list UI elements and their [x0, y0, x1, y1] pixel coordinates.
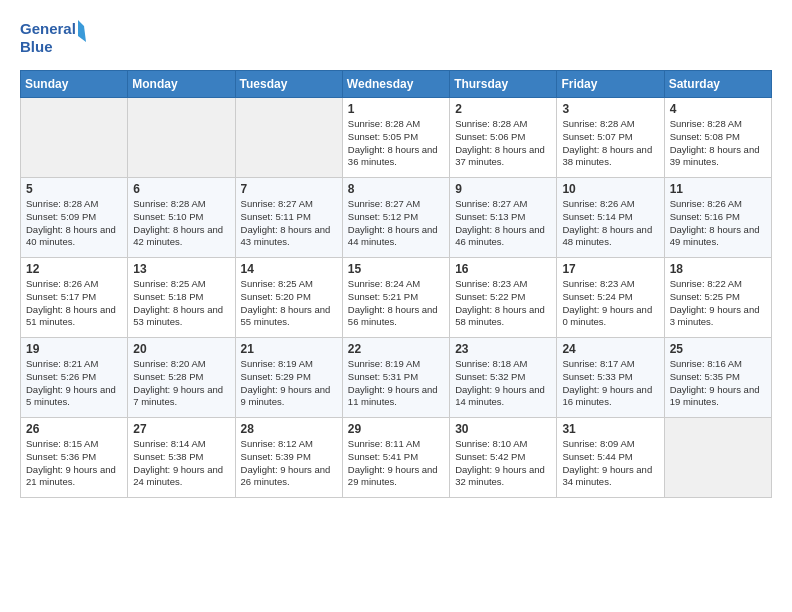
cell-content: Sunrise: 8:19 AMSunset: 5:31 PMDaylight:…: [348, 358, 444, 409]
calendar-cell: 29Sunrise: 8:11 AMSunset: 5:41 PMDayligh…: [342, 418, 449, 498]
day-number: 3: [562, 102, 658, 116]
calendar-cell: 26Sunrise: 8:15 AMSunset: 5:36 PMDayligh…: [21, 418, 128, 498]
day-number: 19: [26, 342, 122, 356]
cell-content: Sunrise: 8:28 AMSunset: 5:08 PMDaylight:…: [670, 118, 766, 169]
weekday-header: Saturday: [664, 71, 771, 98]
calendar-table: SundayMondayTuesdayWednesdayThursdayFrid…: [20, 70, 772, 498]
calendar-cell: 18Sunrise: 8:22 AMSunset: 5:25 PMDayligh…: [664, 258, 771, 338]
cell-content: Sunrise: 8:20 AMSunset: 5:28 PMDaylight:…: [133, 358, 229, 409]
day-number: 28: [241, 422, 337, 436]
day-number: 23: [455, 342, 551, 356]
calendar-cell: 17Sunrise: 8:23 AMSunset: 5:24 PMDayligh…: [557, 258, 664, 338]
weekday-header: Tuesday: [235, 71, 342, 98]
day-number: 25: [670, 342, 766, 356]
calendar-cell: 4Sunrise: 8:28 AMSunset: 5:08 PMDaylight…: [664, 98, 771, 178]
day-number: 22: [348, 342, 444, 356]
day-number: 24: [562, 342, 658, 356]
cell-content: Sunrise: 8:27 AMSunset: 5:12 PMDaylight:…: [348, 198, 444, 249]
day-number: 14: [241, 262, 337, 276]
day-number: 29: [348, 422, 444, 436]
cell-content: Sunrise: 8:22 AMSunset: 5:25 PMDaylight:…: [670, 278, 766, 329]
weekday-header: Monday: [128, 71, 235, 98]
logo: General Blue: [20, 16, 90, 60]
cell-content: Sunrise: 8:28 AMSunset: 5:10 PMDaylight:…: [133, 198, 229, 249]
cell-content: Sunrise: 8:25 AMSunset: 5:20 PMDaylight:…: [241, 278, 337, 329]
day-number: 9: [455, 182, 551, 196]
calendar-week-row: 12Sunrise: 8:26 AMSunset: 5:17 PMDayligh…: [21, 258, 772, 338]
cell-content: Sunrise: 8:23 AMSunset: 5:24 PMDaylight:…: [562, 278, 658, 329]
day-number: 20: [133, 342, 229, 356]
calendar-cell: [21, 98, 128, 178]
day-number: 1: [348, 102, 444, 116]
cell-content: Sunrise: 8:14 AMSunset: 5:38 PMDaylight:…: [133, 438, 229, 489]
calendar-cell: 3Sunrise: 8:28 AMSunset: 5:07 PMDaylight…: [557, 98, 664, 178]
day-number: 8: [348, 182, 444, 196]
weekday-header-row: SundayMondayTuesdayWednesdayThursdayFrid…: [21, 71, 772, 98]
cell-content: Sunrise: 8:15 AMSunset: 5:36 PMDaylight:…: [26, 438, 122, 489]
day-number: 30: [455, 422, 551, 436]
calendar-cell: [664, 418, 771, 498]
calendar-cell: 11Sunrise: 8:26 AMSunset: 5:16 PMDayligh…: [664, 178, 771, 258]
cell-content: Sunrise: 8:17 AMSunset: 5:33 PMDaylight:…: [562, 358, 658, 409]
calendar-cell: 15Sunrise: 8:24 AMSunset: 5:21 PMDayligh…: [342, 258, 449, 338]
calendar-cell: 23Sunrise: 8:18 AMSunset: 5:32 PMDayligh…: [450, 338, 557, 418]
weekday-header: Sunday: [21, 71, 128, 98]
day-number: 7: [241, 182, 337, 196]
cell-content: Sunrise: 8:10 AMSunset: 5:42 PMDaylight:…: [455, 438, 551, 489]
svg-marker-2: [78, 20, 90, 42]
calendar-cell: 19Sunrise: 8:21 AMSunset: 5:26 PMDayligh…: [21, 338, 128, 418]
cell-content: Sunrise: 8:11 AMSunset: 5:41 PMDaylight:…: [348, 438, 444, 489]
weekday-header: Wednesday: [342, 71, 449, 98]
day-number: 6: [133, 182, 229, 196]
svg-text:Blue: Blue: [20, 38, 53, 55]
cell-content: Sunrise: 8:26 AMSunset: 5:16 PMDaylight:…: [670, 198, 766, 249]
day-number: 18: [670, 262, 766, 276]
cell-content: Sunrise: 8:26 AMSunset: 5:14 PMDaylight:…: [562, 198, 658, 249]
cell-content: Sunrise: 8:12 AMSunset: 5:39 PMDaylight:…: [241, 438, 337, 489]
page-header: General Blue: [20, 16, 772, 60]
cell-content: Sunrise: 8:18 AMSunset: 5:32 PMDaylight:…: [455, 358, 551, 409]
calendar-week-row: 1Sunrise: 8:28 AMSunset: 5:05 PMDaylight…: [21, 98, 772, 178]
cell-content: Sunrise: 8:25 AMSunset: 5:18 PMDaylight:…: [133, 278, 229, 329]
day-number: 26: [26, 422, 122, 436]
day-number: 11: [670, 182, 766, 196]
calendar-cell: 9Sunrise: 8:27 AMSunset: 5:13 PMDaylight…: [450, 178, 557, 258]
calendar-cell: 2Sunrise: 8:28 AMSunset: 5:06 PMDaylight…: [450, 98, 557, 178]
day-number: 12: [26, 262, 122, 276]
cell-content: Sunrise: 8:16 AMSunset: 5:35 PMDaylight:…: [670, 358, 766, 409]
cell-content: Sunrise: 8:27 AMSunset: 5:13 PMDaylight:…: [455, 198, 551, 249]
calendar-cell: 31Sunrise: 8:09 AMSunset: 5:44 PMDayligh…: [557, 418, 664, 498]
day-number: 4: [670, 102, 766, 116]
cell-content: Sunrise: 8:28 AMSunset: 5:09 PMDaylight:…: [26, 198, 122, 249]
cell-content: Sunrise: 8:28 AMSunset: 5:07 PMDaylight:…: [562, 118, 658, 169]
calendar-cell: 30Sunrise: 8:10 AMSunset: 5:42 PMDayligh…: [450, 418, 557, 498]
calendar-cell: 7Sunrise: 8:27 AMSunset: 5:11 PMDaylight…: [235, 178, 342, 258]
cell-content: Sunrise: 8:23 AMSunset: 5:22 PMDaylight:…: [455, 278, 551, 329]
calendar-cell: 21Sunrise: 8:19 AMSunset: 5:29 PMDayligh…: [235, 338, 342, 418]
day-number: 27: [133, 422, 229, 436]
calendar-cell: 20Sunrise: 8:20 AMSunset: 5:28 PMDayligh…: [128, 338, 235, 418]
cell-content: Sunrise: 8:26 AMSunset: 5:17 PMDaylight:…: [26, 278, 122, 329]
calendar-cell: 16Sunrise: 8:23 AMSunset: 5:22 PMDayligh…: [450, 258, 557, 338]
calendar-cell: 22Sunrise: 8:19 AMSunset: 5:31 PMDayligh…: [342, 338, 449, 418]
day-number: 2: [455, 102, 551, 116]
calendar-cell: [128, 98, 235, 178]
day-number: 5: [26, 182, 122, 196]
calendar-cell: 6Sunrise: 8:28 AMSunset: 5:10 PMDaylight…: [128, 178, 235, 258]
cell-content: Sunrise: 8:27 AMSunset: 5:11 PMDaylight:…: [241, 198, 337, 249]
weekday-header: Thursday: [450, 71, 557, 98]
cell-content: Sunrise: 8:19 AMSunset: 5:29 PMDaylight:…: [241, 358, 337, 409]
calendar-cell: 12Sunrise: 8:26 AMSunset: 5:17 PMDayligh…: [21, 258, 128, 338]
calendar-week-row: 26Sunrise: 8:15 AMSunset: 5:36 PMDayligh…: [21, 418, 772, 498]
day-number: 10: [562, 182, 658, 196]
calendar-cell: 25Sunrise: 8:16 AMSunset: 5:35 PMDayligh…: [664, 338, 771, 418]
calendar-cell: 14Sunrise: 8:25 AMSunset: 5:20 PMDayligh…: [235, 258, 342, 338]
calendar-cell: 10Sunrise: 8:26 AMSunset: 5:14 PMDayligh…: [557, 178, 664, 258]
calendar-cell: 5Sunrise: 8:28 AMSunset: 5:09 PMDaylight…: [21, 178, 128, 258]
cell-content: Sunrise: 8:24 AMSunset: 5:21 PMDaylight:…: [348, 278, 444, 329]
calendar-cell: 1Sunrise: 8:28 AMSunset: 5:05 PMDaylight…: [342, 98, 449, 178]
calendar-cell: 13Sunrise: 8:25 AMSunset: 5:18 PMDayligh…: [128, 258, 235, 338]
weekday-header: Friday: [557, 71, 664, 98]
cell-content: Sunrise: 8:28 AMSunset: 5:05 PMDaylight:…: [348, 118, 444, 169]
day-number: 15: [348, 262, 444, 276]
